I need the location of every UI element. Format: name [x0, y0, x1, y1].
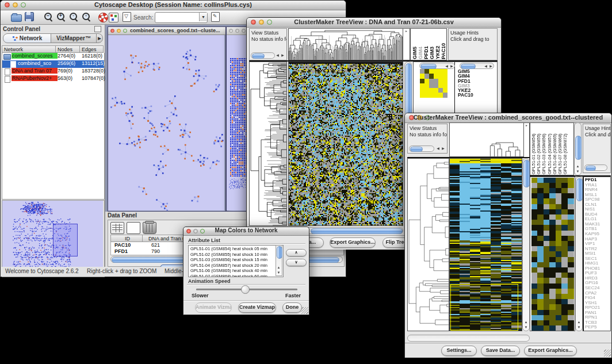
scroll-left-icon[interactable]: ◀	[435, 146, 441, 151]
tv1-zoom-heatmap[interactable]	[420, 69, 447, 98]
zoom-selected-icon[interactable]: ▫	[82, 13, 93, 23]
settings-button[interactable]: Settings...	[441, 346, 477, 356]
zoom-heatmap-cell[interactable]	[443, 69, 447, 74]
search-input[interactable]	[156, 13, 199, 22]
zoom-heatmap-cell[interactable]	[443, 83, 447, 88]
dialog-titlebar[interactable]: Map Colors to Network	[183, 227, 309, 236]
zoom-heatmap-cell[interactable]	[443, 88, 447, 93]
tv2-column-label[interactable]: GPL51-08 (GSM872)	[563, 124, 568, 174]
done-button[interactable]: Done	[282, 302, 302, 313]
network-tree-row[interactable]: RNAPuberNov2+563(0)107847(0)	[2, 75, 104, 83]
zoom-heatmap-cell[interactable]	[434, 88, 438, 93]
tiny-arrow-icon[interactable]: ▸	[524, 123, 529, 127]
create-vizmap-button[interactable]: Create Vizmap	[238, 302, 276, 313]
zoom-heatmap-cell[interactable]	[438, 79, 443, 83]
tv1-zoom-hscroll-thumb[interactable]	[420, 64, 437, 69]
animate-vizmap-button[interactable]: Animate Vizmap	[195, 302, 232, 313]
close-icon[interactable]	[229, 29, 233, 33]
scroll-right-icon[interactable]: ▶	[441, 146, 446, 151]
help-lifesaver-icon[interactable]	[98, 13, 109, 23]
trash-icon[interactable]	[143, 222, 156, 234]
attribute-item[interactable]: GPL51-01 (GSM854) heat shock 05 min	[190, 246, 283, 252]
network-tree-row[interactable]: DNA and Tran 07769(0)183728(0)	[2, 68, 104, 75]
zoom-heatmap-cell[interactable]	[420, 69, 424, 74]
scroll-up-icon[interactable]: ▲	[576, 320, 582, 325]
tv1-row-label[interactable]: PAC10	[458, 93, 473, 97]
save-icon[interactable]	[25, 12, 35, 22]
zoom-heatmap-cell[interactable]	[420, 74, 424, 78]
resize-grip[interactable]	[604, 350, 611, 357]
scroll-down-icon[interactable]: ▼	[523, 325, 529, 330]
main-titlebar[interactable]: Cytoscape Desktop (Session Name: collins…	[1, 1, 346, 10]
scroll-down-icon[interactable]: ▼	[276, 270, 281, 275]
zoom-heatmap-cell[interactable]	[434, 93, 438, 97]
treeview2-titlebar[interactable]: ClusterMaker TreeView : combined_scores_…	[405, 113, 611, 123]
scroll-right-icon[interactable]: ▶	[488, 64, 494, 69]
tv2-column-label[interactable]: GPL51-01 (GSM854)	[531, 124, 536, 174]
resize-grip[interactable]	[301, 307, 308, 314]
tv1-row-dendrogram-canvas[interactable]	[250, 62, 286, 225]
zoom-heatmap-cell[interactable]	[429, 74, 434, 78]
zoom-heatmap-cell[interactable]	[443, 93, 447, 97]
move-up-button[interactable]: ∧	[286, 249, 307, 256]
tv1-bottom-hscroll-thumb[interactable]	[311, 228, 403, 234]
maximize-icon[interactable]	[123, 29, 127, 33]
network-view-titlebar[interactable]: combined_scores_good.txt--cluste...	[108, 27, 225, 35]
zoom-heatmap-cell[interactable]	[438, 88, 443, 93]
maximize-icon[interactable]	[242, 29, 246, 33]
tv2-heat-vscrollbar[interactable]: ▲ ▼	[522, 158, 530, 331]
scroll-up-icon[interactable]: ▲	[523, 320, 529, 325]
zoom-heatmap-cell[interactable]	[429, 88, 434, 93]
scroll-left-icon[interactable]: ◀	[275, 53, 280, 58]
attribute-list-vscrollbar[interactable]: ▲ ▼	[276, 245, 282, 276]
tv2-genes-vscrollbar[interactable]: ▲ ▼	[575, 177, 583, 331]
tv1-zoom-hscrollbar[interactable]: ◀ ▶	[419, 63, 455, 69]
zoom-heatmap-cell[interactable]	[438, 74, 443, 78]
zoom-heatmap-cell[interactable]	[420, 79, 424, 83]
zoom-heatmap-cell[interactable]	[438, 83, 443, 88]
tv2-row-dendrogram-canvas[interactable]	[408, 159, 449, 331]
export-graphics-button[interactable]: Export Graphics...	[524, 346, 577, 356]
zoom-heatmap-cell[interactable]	[420, 83, 424, 88]
zoom-heatmap-cell[interactable]	[429, 93, 434, 97]
tv1-column-label[interactable]: GIM4	[418, 29, 423, 59]
attribute-item[interactable]: GPL51-04 (GSM857) heat shock 20 min	[190, 263, 283, 269]
tab-vizmapper[interactable]: VizMapper™	[51, 33, 97, 43]
attribute-table-icon[interactable]	[110, 222, 124, 234]
tv2-column-label[interactable]: GPL51-04 (GSM857)	[547, 124, 552, 174]
zoom-heatmap-cell[interactable]	[429, 83, 434, 88]
tv1-status-hscrollbar[interactable]	[251, 52, 275, 59]
zoom-heatmap-cell[interactable]	[424, 79, 429, 83]
tv2-status-hscroll-thumb[interactable]	[410, 147, 423, 152]
save-data-button[interactable]: Save Data...	[481, 346, 520, 356]
tv1-column-label[interactable]: PFD1	[423, 29, 429, 59]
tiny-arrow-icon[interactable]: ▸	[403, 29, 410, 33]
tv2-heatmap-canvas[interactable]	[450, 159, 522, 331]
zoom-heatmap-cell[interactable]	[424, 93, 429, 97]
scroll-right-icon[interactable]: ▶	[280, 53, 285, 58]
zoom-heatmap-cell[interactable]	[438, 93, 443, 97]
attribute-listbox[interactable]: GPL51-01 (GSM854) heat shock 05 minGPL51…	[188, 245, 284, 277]
zoom-heatmap-cell[interactable]	[443, 79, 447, 83]
attribute-item[interactable]: GPL51-02 (GSM855) heat shock 10 min	[190, 252, 283, 258]
tv2-column-dendrogram-canvas[interactable]	[450, 123, 523, 156]
minimize-icon[interactable]	[235, 29, 239, 33]
scroll-down-icon[interactable]: ▼	[576, 325, 582, 330]
export-graphics-button[interactable]: Export Graphics...	[330, 237, 376, 248]
column-header-network[interactable]: Network	[2, 45, 56, 53]
tv2-usage-hscrollbar[interactable]	[584, 164, 607, 171]
tv1-usage-hscrollbar[interactable]: ◀ ▶	[460, 63, 494, 69]
filter-icon[interactable]: ▽	[123, 12, 133, 22]
tv1-status-hscroll-thumb[interactable]	[252, 53, 265, 59]
new-document-icon[interactable]	[127, 222, 140, 234]
zoom-heatmap-cell[interactable]	[434, 74, 438, 78]
tv2-status-hscrollbar[interactable]	[409, 145, 434, 152]
tv1-column-label[interactable]: GIM5	[412, 29, 418, 59]
zoom-heatmap-cell[interactable]	[420, 88, 424, 93]
tv2-bottom-hscrollbar[interactable]	[407, 335, 530, 342]
zoom-heatmap-cell[interactable]	[443, 74, 447, 78]
tv1-column-dendrogram-canvas[interactable]	[289, 29, 403, 60]
tv2-column-label[interactable]: GPL51-06 (GSM865)	[552, 124, 557, 174]
tab-overflow-arrow[interactable]: ▶	[96, 33, 103, 43]
treeview1-titlebar[interactable]: ClusterMaker TreeView : DNA and Tran 07-…	[247, 18, 501, 28]
